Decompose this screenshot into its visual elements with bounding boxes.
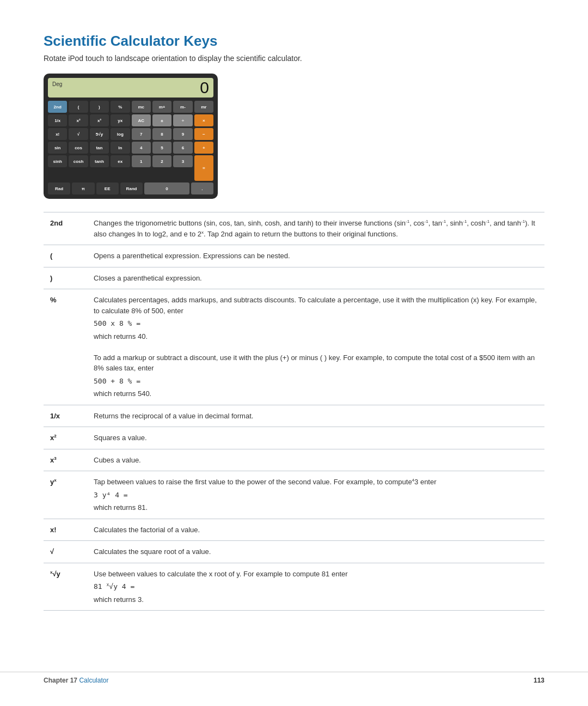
btn-mminus[interactable]: m-	[173, 101, 192, 113]
btn-rand[interactable]: Rand	[120, 182, 143, 194]
btn-multiply[interactable]: ×	[194, 114, 213, 126]
example-line-xrooty: 81 x√y 4 =	[94, 581, 538, 592]
btn-minus[interactable]: −	[194, 128, 213, 140]
table-row-percent: % Calculates percentages, adds markups, …	[44, 289, 544, 405]
btn-x3[interactable]: x³	[90, 114, 109, 126]
table-row-x2: x2 Squares a value.	[44, 427, 544, 449]
btn-close-paren[interactable]: )	[90, 101, 109, 113]
page-subtitle: Rotate iPod touch to landscape orientati…	[44, 54, 544, 63]
key-label-sqrt: √	[44, 541, 87, 563]
btn-plusminus[interactable]: ±	[152, 114, 171, 126]
key-desc-percent: Calculates percentages, adds markups, an…	[87, 289, 544, 405]
btn-ex[interactable]: ex	[111, 155, 130, 167]
btn-1x[interactable]: 1/x	[48, 114, 67, 126]
key-label-2nd: 2nd	[44, 212, 87, 245]
page-title: Scientific Calculator Keys	[44, 33, 544, 50]
btn-yx[interactable]: yx	[111, 114, 130, 126]
btn-6[interactable]: 6	[173, 142, 192, 154]
table-row-open-paren: ( Opens a parenthetical expression. Expr…	[44, 245, 544, 267]
key-label-close-paren: )	[44, 267, 87, 289]
btn-3[interactable]: 3	[173, 155, 192, 167]
btn-ac[interactable]: AC	[132, 114, 151, 126]
key-desc-close-paren: Closes a parenthetical expression.	[87, 267, 544, 289]
btn-plus[interactable]: +	[194, 142, 213, 154]
btn-4[interactable]: 4	[132, 142, 151, 154]
btn-sinh[interactable]: sinh	[48, 155, 67, 167]
footer-chapter: Chapter 17 Calculator	[44, 677, 108, 684]
table-row-1x: 1/x Returns the reciprocal of a value in…	[44, 405, 544, 427]
key-label-xrooty: x√y	[44, 563, 87, 611]
btn-cos[interactable]: cos	[69, 142, 88, 154]
btn-equals-tall[interactable]: =	[194, 155, 213, 181]
footer-page-number: 113	[534, 677, 544, 684]
btn-xrooty[interactable]: 5√y	[90, 128, 109, 140]
btn-0[interactable]: 0	[144, 182, 189, 194]
calc-buttons: 2nd ( ) % mc m+ m- mr 1/x x² x³ yx AC ± …	[48, 101, 213, 194]
calc-row-4: sin cos tan ln 4 5 6 +	[48, 142, 213, 154]
btn-mplus[interactable]: m+	[152, 101, 171, 113]
table-row-sqrt: √ Calculates the square root of a value.	[44, 541, 544, 563]
key-desc-open-paren: Opens a parenthetical expression. Expres…	[87, 245, 544, 267]
key-desc-xfact: Calculates the factorial of a value.	[87, 519, 544, 541]
btn-2nd[interactable]: 2nd	[48, 101, 67, 113]
btn-2[interactable]: 2	[152, 155, 171, 167]
calc-value: 0	[200, 78, 209, 97]
example-line-2: 500 + 8 % =	[94, 376, 538, 387]
key-desc-2nd: Changes the trigonometric buttons (sin, …	[87, 212, 544, 245]
key-desc-sqrt: Calculates the square root of a value.	[87, 541, 544, 563]
key-desc-x2: Squares a value.	[87, 427, 544, 449]
key-desc-yx: Tap between values to raise the first va…	[87, 471, 544, 519]
calc-row-5: sinh cosh tanh ex 1 2 3 =	[48, 155, 213, 181]
table-row-2nd: 2nd Changes the trigonometric buttons (s…	[44, 212, 544, 245]
key-desc-x3: Cubes a value.	[87, 449, 544, 471]
btn-pi[interactable]: π	[72, 182, 94, 194]
calc-mode: Deg	[52, 81, 62, 87]
key-descriptions-table: 2nd Changes the trigonometric buttons (s…	[44, 212, 544, 611]
calc-row-6: Rad π EE Rand 0 .	[48, 182, 213, 194]
btn-cosh[interactable]: cosh	[69, 155, 88, 167]
btn-open-paren[interactable]: (	[69, 101, 88, 113]
key-label-yx: yx	[44, 471, 87, 519]
key-desc-xrooty: Use between values to calculate the x ro…	[87, 563, 544, 611]
key-label-x2: x2	[44, 427, 87, 449]
btn-ln[interactable]: ln	[111, 142, 130, 154]
page-footer: Chapter 17 Calculator 113	[0, 672, 588, 684]
table-row-x3: x3 Cubes a value.	[44, 449, 544, 471]
calculator-widget: Deg 0 2nd ( ) % mc m+ m- mr 1/x x² x³ yx	[44, 74, 218, 199]
btn-tanh[interactable]: tanh	[90, 155, 109, 167]
calc-row-1: 2nd ( ) % mc m+ m- mr	[48, 101, 213, 113]
key-label-open-paren: (	[44, 245, 87, 267]
table-row-xrooty: x√y Use between values to calculate the …	[44, 563, 544, 611]
key-label-1x: 1/x	[44, 405, 87, 427]
btn-mr[interactable]: mr	[194, 101, 213, 113]
btn-log[interactable]: log	[111, 128, 130, 140]
btn-9[interactable]: 9	[173, 128, 192, 140]
example-line-1: 500 x 8 % =	[94, 318, 538, 329]
btn-sin[interactable]: sin	[48, 142, 67, 154]
calc-display: Deg 0	[48, 78, 213, 98]
key-label-x3: x3	[44, 449, 87, 471]
calc-row-3: x! √ 5√y log 7 8 9 −	[48, 128, 213, 140]
footer-chapter-name: Calculator	[79, 677, 108, 684]
btn-sqrt[interactable]: √	[69, 128, 88, 140]
btn-8[interactable]: 8	[152, 128, 171, 140]
calculator-image: Deg 0 2nd ( ) % mc m+ m- mr 1/x x² x³ yx	[44, 74, 544, 199]
btn-5[interactable]: 5	[152, 142, 171, 154]
btn-mc[interactable]: mc	[132, 101, 151, 113]
btn-1[interactable]: 1	[132, 155, 151, 167]
calc-row-2: 1/x x² x³ yx AC ± ÷ ×	[48, 114, 213, 126]
key-desc-1x: Returns the reciprocal of a value in dec…	[87, 405, 544, 427]
btn-dot[interactable]: .	[191, 182, 213, 194]
btn-percent[interactable]: %	[111, 101, 130, 113]
btn-rad[interactable]: Rad	[48, 182, 70, 194]
btn-tan[interactable]: tan	[90, 142, 109, 154]
table-row-xfact: x! Calculates the factorial of a value.	[44, 519, 544, 541]
btn-ee[interactable]: EE	[96, 182, 119, 194]
table-row-close-paren: ) Closes a parenthetical expression.	[44, 267, 544, 289]
footer-chapter-label: Chapter 17	[44, 677, 77, 684]
btn-divide[interactable]: ÷	[173, 114, 192, 126]
btn-7[interactable]: 7	[132, 128, 151, 140]
btn-x2[interactable]: x²	[69, 114, 88, 126]
key-label-percent: %	[44, 289, 87, 405]
btn-xfact[interactable]: x!	[48, 128, 67, 140]
